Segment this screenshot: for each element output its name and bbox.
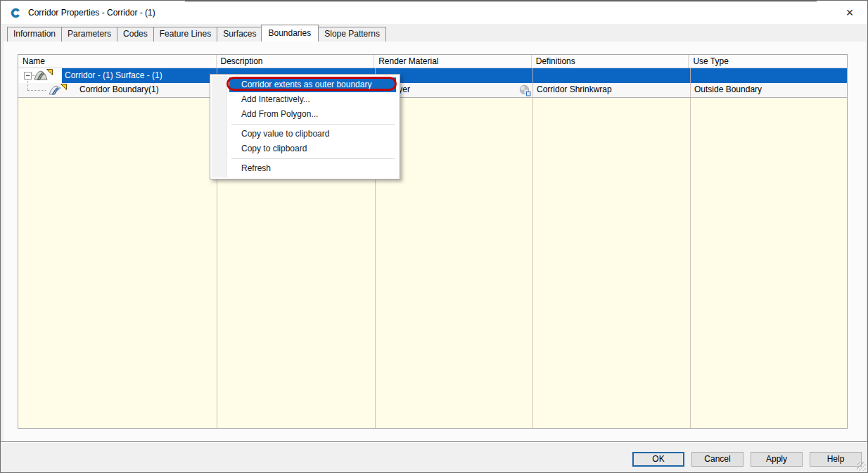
- apply-button[interactable]: Apply: [751, 452, 803, 467]
- column-header-definitions: Definitions: [532, 55, 689, 68]
- tab-slope-patterns[interactable]: Slope Patterns: [318, 27, 386, 42]
- menu-separator: [231, 124, 395, 125]
- grid-header-row: Name Description Render Material Definit…: [18, 55, 847, 68]
- column-header-name: Name: [18, 55, 217, 68]
- cancel-button[interactable]: Cancel: [691, 452, 743, 467]
- definitions-value[interactable]: Corridor Shrinkwrap: [537, 83, 612, 97]
- use-type-value[interactable]: Outside Boundary: [694, 83, 762, 97]
- menu-separator: [231, 158, 395, 159]
- menu-item-copy[interactable]: Copy to clipboard: [212, 141, 397, 156]
- tab-boundaries[interactable]: Boundaries: [261, 25, 319, 42]
- modified-flag-icon: [60, 82, 67, 89]
- menu-item-copy-value[interactable]: Copy value to clipboard: [212, 127, 397, 141]
- corridor-boundary-icon: [48, 84, 62, 96]
- row-selection-highlight: [62, 68, 847, 83]
- boundaries-tab-page: Name Description Render Material Definit…: [4, 42, 866, 441]
- table-row-corridor-surface[interactable]: Corridor - (1) Surface - (1): [18, 68, 847, 83]
- context-menu: Corridor extents as outer boundary Add I…: [210, 74, 400, 179]
- menu-item-add-interactively[interactable]: Add Interactively...: [212, 92, 397, 107]
- tab-information[interactable]: Information: [7, 27, 62, 42]
- window-title: Corridor Properties - Corridor - (1): [28, 8, 155, 18]
- tree-connector: [27, 90, 46, 91]
- tree-connector: [27, 80, 28, 90]
- tree-node-label[interactable]: Corridor Boundary(1): [79, 83, 159, 97]
- close-icon[interactable]: ×: [836, 1, 864, 24]
- grid-column-line: [690, 68, 691, 428]
- resize-grip[interactable]: [857, 462, 866, 471]
- menu-item-corridor-extents[interactable]: Corridor extents as outer boundary: [229, 77, 396, 92]
- tab-parameters[interactable]: Parameters: [61, 27, 117, 42]
- column-header-render-material: Render Material: [374, 55, 532, 68]
- ok-button[interactable]: OK: [632, 452, 684, 467]
- grid-column-line: [532, 68, 533, 428]
- tab-surfaces[interactable]: Surfaces: [217, 27, 262, 42]
- tree-collapse-icon[interactable]: [24, 72, 32, 80]
- help-button[interactable]: Help: [810, 452, 862, 467]
- tab-strip: Information Parameters Codes Feature Lin…: [1, 24, 867, 42]
- render-material-picker-icon[interactable]: [519, 84, 531, 96]
- boundaries-grid: Name Description Render Material Definit…: [18, 54, 848, 429]
- corridor-surface-icon: [34, 69, 48, 82]
- tree-node-label[interactable]: Corridor - (1) Surface - (1): [65, 68, 162, 83]
- menu-item-refresh[interactable]: Refresh: [212, 161, 397, 176]
- title-bar: Corridor Properties - Corridor - (1) ×: [1, 1, 867, 24]
- column-header-description: Description: [217, 55, 375, 68]
- civil3d-app-icon: [10, 7, 22, 19]
- table-row-corridor-boundary[interactable]: Corridor Boundary(1) ByLayer Corridor Sh…: [18, 83, 847, 98]
- tab-feature-lines[interactable]: Feature Lines: [153, 27, 217, 42]
- tab-codes[interactable]: Codes: [117, 27, 154, 42]
- column-header-use-type: Use Type: [689, 55, 847, 68]
- corridor-properties-dialog: Corridor Properties - Corridor - (1) × I…: [0, 0, 868, 473]
- modified-flag-icon: [46, 68, 53, 74]
- menu-item-add-from-polygon[interactable]: Add From Polygon...: [212, 107, 397, 122]
